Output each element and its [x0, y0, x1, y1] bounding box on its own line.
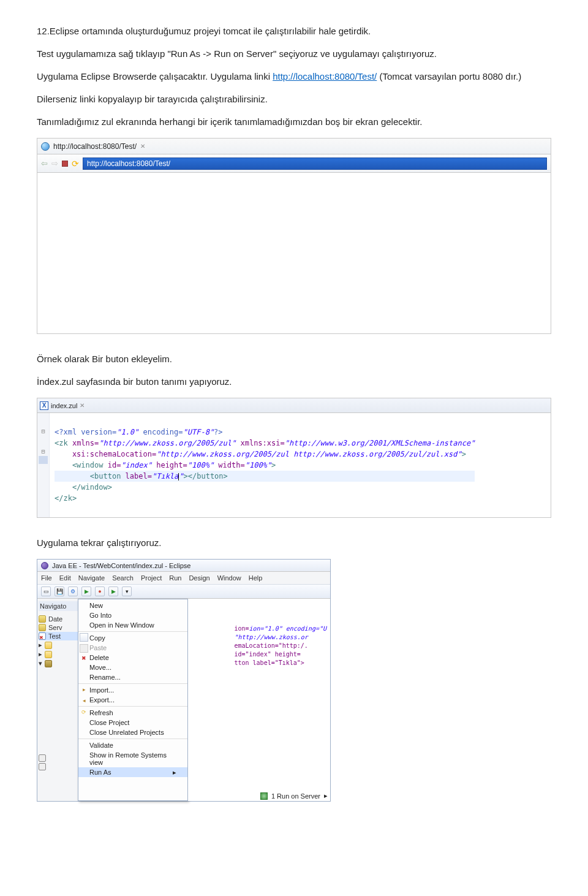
- paragraph: Örnek olarak Bir buton ekleyelim.: [37, 352, 551, 365]
- ctx-validate[interactable]: Validate: [78, 738, 187, 750]
- browser-screenshot: http://localhost:8080/Test/ ✕ ⇦ ⇨ ⟳ http…: [37, 138, 551, 334]
- eclipse-icon: [41, 562, 48, 569]
- menu-item[interactable]: Navigate: [78, 574, 105, 582]
- folder-icon: [45, 660, 52, 667]
- ctx-refresh[interactable]: Refresh: [78, 706, 187, 718]
- refresh-icon[interactable]: ⟳: [72, 159, 79, 169]
- submenu-label: 1 Run on Server: [271, 792, 320, 800]
- address-bar[interactable]: http://localhost:8080/Test/: [83, 158, 547, 170]
- fold-handle[interactable]: ⊟: [39, 427, 48, 436]
- editor-screenshot: X index.zul ✕ ⊟ ⊟ <?xml version="1.0" en…: [37, 398, 551, 518]
- menu-item[interactable]: Edit: [59, 574, 71, 582]
- tab-close-icon[interactable]: ✕: [80, 402, 85, 409]
- ctx-go-into[interactable]: Go Into: [78, 610, 187, 620]
- tool-icon[interactable]: ⚙: [68, 587, 78, 596]
- run-submenu[interactable]: 1 Run on Server ▸: [260, 792, 328, 800]
- ctx-rename[interactable]: Rename...: [78, 672, 187, 682]
- browser-tab-label[interactable]: http://localhost:8080/Test/: [53, 142, 137, 151]
- folder-icon: [45, 642, 52, 649]
- tree-item-selected[interactable]: Test: [39, 632, 78, 640]
- window-titlebar: Java EE - Test/WebContent/index.zul - Ec…: [37, 560, 330, 572]
- menu-item[interactable]: Search: [112, 574, 134, 582]
- editor-gutter: ⊟ ⊟: [37, 413, 50, 517]
- import-icon: [80, 685, 88, 694]
- menu-item[interactable]: Project: [141, 574, 162, 582]
- browser-tab-bar: http://localhost:8080/Test/ ✕: [37, 139, 551, 154]
- forward-icon[interactable]: ⇨: [51, 159, 58, 168]
- run-icon[interactable]: ▶: [81, 587, 91, 596]
- fold-handle[interactable]: ⊟: [39, 447, 48, 456]
- menu-item[interactable]: Run: [169, 574, 181, 582]
- paragraph: Dilerseniz linki kopyalayıp bir tarayıcı…: [37, 93, 551, 105]
- list-number: 12.: [37, 26, 50, 36]
- refresh-icon: [80, 708, 88, 716]
- tab-close-icon[interactable]: ✕: [140, 143, 145, 150]
- ctx-copy[interactable]: Copy: [78, 631, 187, 643]
- menu-item[interactable]: File: [41, 574, 52, 582]
- save-icon[interactable]: 💾: [55, 587, 64, 596]
- debug-icon[interactable]: ●: [95, 587, 105, 596]
- tool-icon[interactable]: ▾: [122, 587, 132, 596]
- menu-bar: File Edit Navigate Search Project Run De…: [37, 572, 330, 584]
- context-menu: New Go Into Open in New Window Copy Past…: [78, 599, 188, 801]
- link-test-url[interactable]: http://localhost:8080/Test/: [273, 71, 377, 82]
- stop-icon[interactable]: [62, 161, 68, 167]
- delete-icon: [80, 654, 88, 663]
- ctx-paste: Paste: [78, 643, 187, 653]
- code-snippet: ion=ion="1.0" encoding="U "http://www.zk…: [234, 616, 326, 676]
- ctx-move[interactable]: Move...: [78, 663, 187, 672]
- toolbar: ▭ 💾 ⚙ ▶ ● ▶ ▾: [37, 584, 330, 599]
- project-icon: [39, 632, 46, 640]
- tree-item[interactable]: ▸: [39, 640, 78, 650]
- export-icon: [80, 696, 88, 705]
- file-icon: [39, 763, 46, 770]
- editor-code-area[interactable]: ⊟ ⊟ <?xml version="1.0" encoding="UTF-8"…: [37, 413, 551, 517]
- paragraph: Uygulama tekrar çalıştırıyoruz.: [37, 536, 551, 549]
- editor-area: ion=ion="1.0" encoding="U "http://www.zk…: [188, 599, 330, 801]
- editor-tab-bar: X index.zul ✕: [37, 398, 551, 413]
- window-title: Java EE - Test/WebContent/index.zul - Ec…: [52, 562, 190, 569]
- ctx-run-as[interactable]: Run As▸: [78, 767, 187, 777]
- tree-item[interactable]: [39, 762, 78, 771]
- paragraph: Uygulama Eclipse Browserde çalışacaktır.…: [37, 70, 551, 83]
- menu-item[interactable]: Window: [217, 574, 241, 582]
- ctx-import[interactable]: Import...: [78, 683, 187, 695]
- menu-item[interactable]: Design: [189, 574, 209, 582]
- paragraph: Test uygulamamıza sağ tıklayıp "Run As -…: [37, 47, 551, 60]
- folder-icon: [45, 651, 52, 658]
- tree-item[interactable]: ▸: [39, 650, 78, 659]
- chevron-right-icon: ▸: [324, 792, 328, 800]
- server-icon: [39, 624, 46, 631]
- editor-text: <?xml version="1.0" encoding="UTF-8"?> <…: [50, 413, 480, 517]
- copy-icon: [80, 633, 88, 642]
- browser-toolbar: ⇦ ⇨ ⟳ http://localhost:8080/Test/: [37, 154, 551, 173]
- tree-item[interactable]: Serv: [39, 623, 78, 632]
- server-icon: [260, 792, 268, 800]
- ctx-delete[interactable]: Delete: [78, 653, 187, 663]
- editor-tab-label[interactable]: index.zul: [51, 402, 77, 409]
- navigator-panel: Navigato Date Serv Test ▸ ▸ ▾: [37, 599, 80, 801]
- menu-item[interactable]: Help: [249, 574, 263, 582]
- ctx-close-unrelated[interactable]: Close Unrelated Projects: [78, 727, 187, 737]
- ctx-export[interactable]: Export...: [78, 695, 187, 705]
- ctx-close-project[interactable]: Close Project: [78, 718, 187, 727]
- paragraph: İndex.zul sayfasında bir buton tanımı ya…: [37, 375, 551, 388]
- navigator-title: Navigato: [39, 601, 78, 611]
- tree-item[interactable]: ▾: [39, 659, 78, 668]
- xml-file-icon: X: [40, 401, 48, 410]
- paragraph-12: 12.Eclipse ortamında oluşturduğumuz proj…: [37, 25, 551, 37]
- ctx-open-new-window[interactable]: Open in New Window: [78, 620, 187, 630]
- globe-icon: [41, 142, 50, 151]
- db-icon: [39, 615, 46, 623]
- ctx-show-remote[interactable]: Show in Remote Systems view: [78, 750, 187, 767]
- current-line: <button label="Tıkla"></button>: [55, 471, 475, 482]
- run-icon[interactable]: ▶: [108, 587, 118, 596]
- back-icon[interactable]: ⇦: [41, 159, 48, 168]
- tree-item[interactable]: Date: [39, 615, 78, 623]
- tree-item[interactable]: [39, 754, 78, 762]
- file-icon: [39, 754, 46, 762]
- new-icon[interactable]: ▭: [41, 587, 51, 596]
- eclipse-screenshot: Java EE - Test/WebContent/index.zul - Ec…: [37, 559, 331, 802]
- ctx-new[interactable]: New: [78, 601, 187, 610]
- browser-viewport: [37, 173, 551, 326]
